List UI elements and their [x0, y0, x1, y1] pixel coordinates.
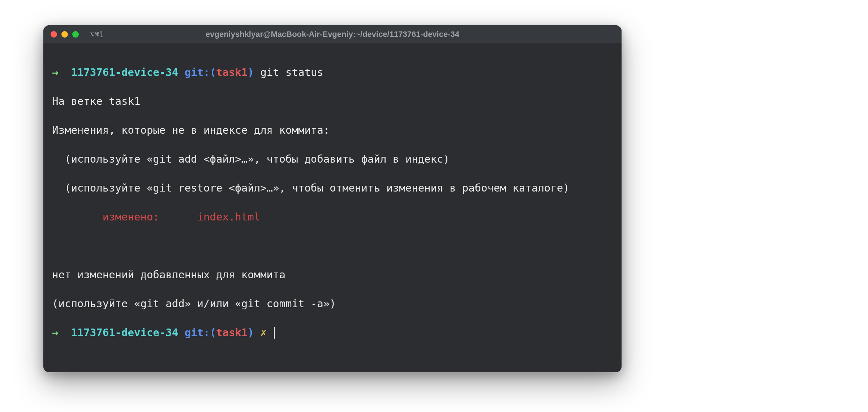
prompt-git-close: )	[248, 66, 254, 78]
prompt-dir: 1173761-device-34	[71, 326, 178, 339]
prompt-line: → 1173761-device-34 git:(task1) ✗	[52, 325, 613, 340]
prompt-branch: task1	[216, 326, 248, 339]
window-title: evgeniyshklyar@MacBook-Air-Evgeniy:~/dev…	[206, 30, 459, 39]
cursor-icon	[274, 327, 275, 339]
output-blank-line	[52, 239, 613, 253]
prompt-arrow-icon: →	[52, 66, 58, 78]
output-line: (используйте «git restore <файл>…», чтоб…	[52, 181, 613, 195]
output-line: (используйте «git add» и/или «git commit…	[52, 296, 613, 311]
maximize-icon[interactable]	[72, 31, 79, 38]
prompt-git-close: )	[248, 326, 254, 339]
minimize-icon[interactable]	[61, 31, 68, 38]
prompt-dir: 1173761-device-34	[71, 66, 178, 78]
command-text: git status	[260, 66, 323, 78]
dirty-icon: ✗	[260, 326, 266, 339]
shortcut-label: ⌥⌘1	[90, 30, 104, 39]
output-line: нет изменений добавленных для коммита	[52, 267, 613, 282]
output-line: (используйте «git add <файл>…», чтобы до…	[52, 152, 613, 166]
prompt-line: → 1173761-device-34 git:(task1) git stat…	[52, 65, 613, 80]
terminal-body[interactable]: → 1173761-device-34 git:(task1) git stat…	[43, 43, 622, 372]
modified-file: index.html	[197, 211, 261, 223]
titlebar: ⌥⌘1 evgeniyshklyar@MacBook-Air-Evgeniy:~…	[43, 25, 622, 43]
modified-label: изменено:	[52, 211, 197, 223]
prompt-git-label: git:(	[185, 326, 216, 339]
close-icon[interactable]	[51, 31, 57, 38]
prompt-arrow-icon: →	[52, 326, 58, 339]
output-line: Изменения, которые не в индексе для комм…	[52, 123, 613, 137]
output-modified-line: изменено: index.html	[52, 210, 613, 224]
traffic-lights	[51, 31, 79, 38]
terminal-window[interactable]: ⌥⌘1 evgeniyshklyar@MacBook-Air-Evgeniy:~…	[43, 25, 622, 372]
output-line: На ветке task1	[52, 94, 613, 108]
prompt-git-label: git:(	[185, 66, 216, 78]
prompt-branch: task1	[216, 66, 248, 78]
